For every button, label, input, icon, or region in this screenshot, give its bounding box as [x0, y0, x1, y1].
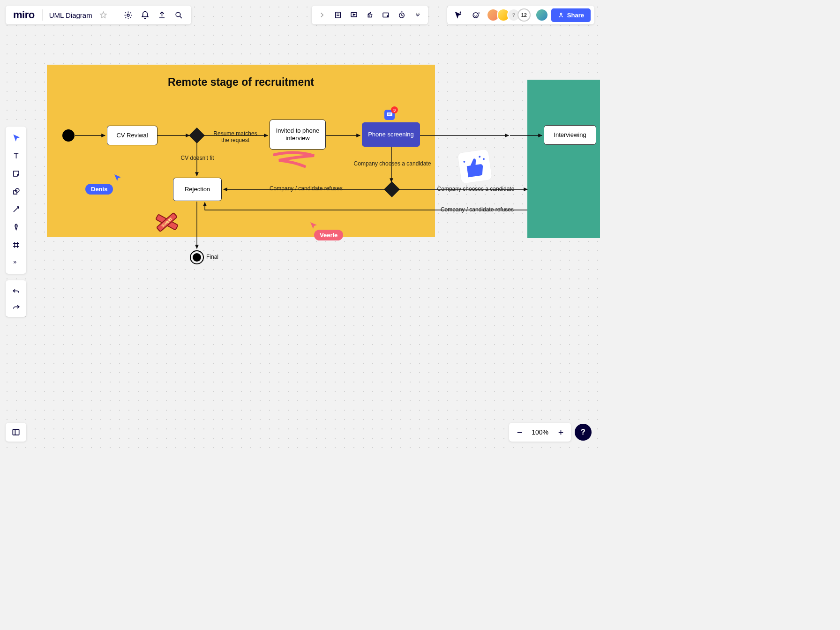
svg-rect-12 [13, 429, 19, 435]
sticker-sorry[interactable]: SORRY [152, 208, 181, 237]
sticker-thumbs-up[interactable] [456, 148, 493, 185]
cursor-denis: Denis [85, 184, 113, 195]
text-tool[interactable] [7, 147, 25, 164]
frame-interview[interactable] [527, 80, 600, 238]
settings-icon[interactable] [121, 8, 136, 22]
reactions-icon[interactable] [469, 8, 484, 22]
divider [116, 9, 116, 21]
node-rejection[interactable]: Rejection [173, 178, 222, 201]
marker-squiggle[interactable] [272, 150, 319, 169]
svg-point-5 [387, 15, 388, 16]
export-icon[interactable] [155, 8, 170, 22]
present-icon[interactable] [346, 8, 361, 22]
note-icon[interactable] [330, 8, 345, 22]
edge-label: Company / candidate refuses [264, 186, 348, 192]
uml-start-node[interactable] [62, 129, 75, 142]
sticky-tool[interactable] [7, 165, 25, 182]
share-label: Share [567, 12, 584, 19]
final-label: Final [206, 254, 218, 261]
node-phone-screening[interactable]: Phone screening [362, 122, 420, 147]
frame-tool[interactable] [7, 236, 25, 253]
uml-end-node[interactable] [190, 250, 204, 264]
more-apps-icon[interactable] [410, 8, 425, 22]
avatar-more[interactable]: 12 [518, 8, 531, 22]
zoom-out-button[interactable] [512, 425, 527, 440]
divider [42, 9, 43, 21]
share-button[interactable]: Share [551, 8, 591, 22]
undo-button[interactable] [8, 283, 23, 298]
zoom-in-button[interactable] [553, 425, 568, 440]
select-tool[interactable] [7, 129, 25, 146]
timer-icon[interactable] [394, 8, 409, 22]
shape-tool[interactable] [7, 183, 25, 200]
pen-tool[interactable] [7, 218, 25, 235]
history-toolbar [6, 280, 26, 317]
cursor-follow-icon[interactable] [451, 8, 466, 22]
topbar-apps [312, 6, 428, 24]
comment-count-badge: 3 [391, 106, 398, 113]
node-invited[interactable]: Invited to phone interview [270, 120, 326, 150]
help-button[interactable]: ? [575, 424, 592, 441]
more-tools-icon[interactable]: » [7, 254, 25, 271]
frame-title: Remote stage of recruitment [47, 76, 435, 89]
voting-icon[interactable] [362, 8, 377, 22]
notifications-icon[interactable] [138, 8, 153, 22]
toolbar: » [6, 127, 26, 274]
zoom-controls: 100% ? [509, 423, 592, 442]
cursor-veerle: Veerle [314, 230, 343, 240]
frame-recruitment[interactable]: Remote stage of recruitment [47, 65, 435, 237]
edge-label: Resume matches the request [210, 131, 261, 144]
node-cv-revival[interactable]: CV Reviwal [107, 126, 158, 145]
cursor-icon [309, 221, 318, 230]
redo-button[interactable] [8, 299, 23, 314]
svg-point-0 [127, 14, 129, 16]
chevron-right-icon[interactable] [315, 8, 330, 22]
line-tool[interactable] [7, 201, 25, 218]
app-logo[interactable]: miro [10, 9, 38, 21]
edge-label: Company chooses a candidate [352, 161, 432, 167]
svg-text:»: » [13, 258, 16, 265]
node-interviewing[interactable]: Interviewing [544, 125, 596, 145]
comment-pin[interactable]: 3 [384, 110, 395, 120]
zoom-level[interactable]: 100% [529, 428, 551, 436]
edge-label: CV doesn't fit [176, 155, 218, 162]
star-icon[interactable] [96, 8, 111, 22]
avatar-me[interactable] [535, 8, 548, 22]
cursor-icon [113, 173, 122, 182]
panels-button[interactable] [6, 423, 26, 442]
svg-rect-13 [387, 112, 392, 116]
card-icon[interactable] [378, 8, 393, 22]
svg-point-1 [176, 12, 180, 17]
topbar-collab: ? 12 Share [447, 6, 594, 24]
search-icon[interactable] [172, 8, 187, 22]
board-title[interactable]: UML Diagram [47, 11, 94, 19]
svg-point-7 [473, 12, 479, 17]
topbar-left: miro UML Diagram [6, 6, 191, 24]
collaborator-avatars[interactable]: ? 12 [487, 8, 531, 22]
svg-point-8 [560, 13, 562, 15]
